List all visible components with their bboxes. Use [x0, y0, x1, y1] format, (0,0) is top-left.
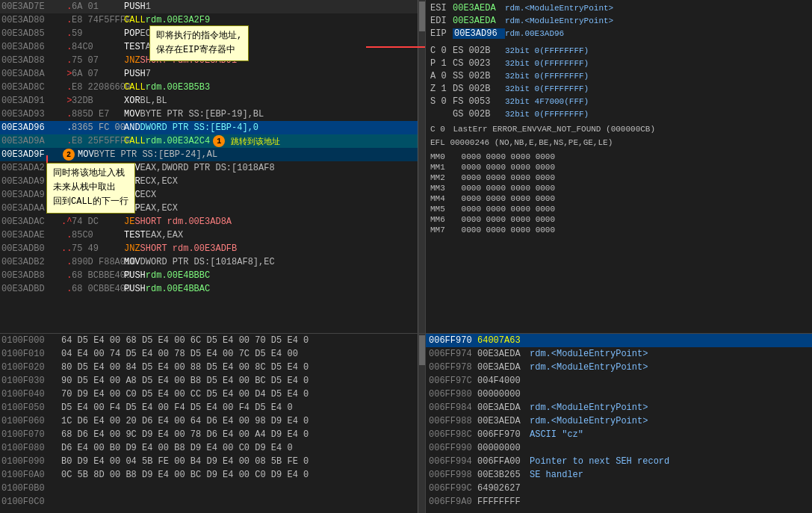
table-row[interactable]: 00E3AD9A . E8 25F5FFFF CALL rdm.00E3A2C4…: [0, 134, 418, 148]
disasm-bytes: 84C0: [72, 42, 124, 52]
mm-row: MM2 0000 0000 0000 0000: [429, 172, 809, 183]
disasm-addr: 00E3AD8C: [1, 82, 61, 93]
table-row[interactable]: 00E3ADBD . 68 0CBBE400 PUSH rdm.00E4BBAC: [0, 282, 418, 296]
reg-value: CS 0023: [453, 58, 505, 69]
disasm-mnemonic: CALL: [124, 15, 146, 25]
scrollbar-thumb[interactable]: [419, 1, 425, 31]
disasm-operand: rdm.00E3B5B3: [146, 82, 210, 93]
table-row[interactable]: 00E3ADB2 . 890D F88A010 MOV DWORD PTR DS…: [0, 255, 418, 269]
memory-scrollbar[interactable]: [418, 334, 425, 513]
disasm-scrollbar[interactable]: [418, 0, 425, 333]
mem-addr: 0100F040: [1, 389, 61, 399]
reg-row: ESI 00E3AEDA rdm.<ModuleEntryPoint>: [429, 1, 809, 14]
stack-comment: Pointer to next SEH record: [530, 456, 809, 467]
disasm-addr: 00E3ADB2: [1, 257, 61, 267]
mem-addr: 0100F020: [1, 362, 61, 373]
reg-name: EIP: [430, 28, 453, 39]
mem-row: 0100F080 D6 E4 00 B0 D9 E4 00 B8 D9 E4 0…: [0, 441, 418, 455]
arrow-indicator: >: [61, 69, 72, 79]
eip-arrow-line: [366, 46, 426, 48]
stack-value: 006FFA00: [477, 456, 530, 467]
table-row[interactable]: 00E3ADAC .^ 74 DC JE SHORT rdm.00E3AD8A: [0, 215, 418, 228]
stack-value: 00000000: [477, 443, 530, 453]
mm-name: MM4: [430, 194, 456, 203]
stack-addr: 006FF970: [429, 335, 477, 346]
mem-row: 0100F090 B0 D9 E4 00 04 5B FE 00 B4 D9 E…: [0, 455, 418, 468]
main-container: 00E3AD7E . 6A 01 PUSH 1 00E3AD80 . E8 74…: [0, 0, 812, 513]
disasm-addr: 00E3AD91: [1, 96, 61, 106]
stack-comment: SE handler: [530, 470, 809, 480]
disasm-bytes: E8 74F5FFFF: [72, 15, 124, 25]
table-row[interactable]: 00E3AD96 . 8365 FC 00 AND DWORD PTR SS:[…: [0, 121, 418, 134]
scrollbar-thumb[interactable]: [419, 335, 425, 365]
table-row[interactable]: 00E3ADB8 . 68 BCBBE400 PUSH rdm.00E4BBBC: [0, 269, 418, 282]
mm-row: MM3 0000 0000 0000 0000: [429, 183, 809, 193]
reg-name: S 0: [430, 96, 453, 107]
reg-value: SS 002B: [453, 71, 505, 81]
reg-comment: 32bit 0(FFFFFFFF): [505, 59, 589, 68]
stack-value: 00E3AEDA: [477, 416, 530, 426]
stack-row: 006FF99C 64902627: [426, 482, 812, 495]
mem-row: 0100F0B0: [0, 482, 418, 495]
mm-row: MM0 0000 0000 0000 0000: [429, 152, 809, 162]
eip-value: 00E3AD96: [453, 28, 505, 39]
mem-bytes: 64 D5 E4 00 68 D5 E4 00 6C D5 E4 00 70 D…: [61, 335, 416, 346]
mem-addr: 0100F050: [1, 402, 61, 413]
reg-value: FS 0053: [453, 96, 505, 107]
mem-row: 0100F0A0 0C 5B 8D 00 B8 D9 E4 00 BC D9 E…: [0, 468, 418, 482]
disasm-operand: ECX,ECX: [140, 176, 178, 187]
disasm-bytes: 85C0: [72, 230, 124, 240]
mm-row: MM4 0000 0000 0000 0000: [429, 193, 809, 204]
arrow-indicator: .: [61, 122, 72, 133]
mem-row: 0100F050 D5 E4 00 F4 D5 E4 00 F4 D5 E4 0…: [0, 401, 418, 414]
table-row[interactable]: 00E3ADB0 .. 75 49 JNZ SHORT rdm.00E3ADFB: [0, 242, 418, 255]
reg-row: GS 002B 32bit 0(FFFFFFFF): [429, 108, 809, 120]
reg-row: Z 1 DS 002B 32bit 0(FFFFFFFF): [429, 82, 809, 95]
stack-addr: 006FF984: [429, 402, 477, 413]
mem-addr: 0100F090: [1, 456, 61, 467]
disasm-operand: BL,BL: [140, 96, 167, 106]
jump-label: 跳转到该地址: [231, 136, 280, 147]
stack-addr: 006FF980: [429, 389, 477, 399]
table-row[interactable]: 00E3AD9F 2 MOV BYTE PTR SS:[EBP-24],AL: [0, 148, 418, 161]
table-row[interactable]: 00E3ADAE . 85C0 TEST EAX,EAX: [0, 228, 418, 242]
stack-value: 00E3B265: [477, 470, 530, 480]
stack-row: 006FF97C 004F4000: [426, 374, 812, 388]
stack-row: 006FF974 00E3AEDA rdm.<ModuleEntryPoint>: [426, 347, 812, 361]
eip-row: EIP 00E3AD96 rdm.00E3AD96: [429, 27, 809, 40]
table-row[interactable]: 00E3AD8C . E8 22086600 CALL rdm.00E3B5B3: [0, 81, 418, 94]
memory-rows: 0100F000 64 D5 E4 00 68 D5 E4 00 6C D5 E…: [0, 334, 418, 513]
mem-addr: 0100F0A0: [1, 470, 61, 480]
stack-addr: 006FF974: [429, 349, 477, 359]
mm-name: MM5: [430, 205, 456, 214]
badge-1: 1: [213, 135, 225, 147]
table-row[interactable]: 00E3AD7E . 6A 01 PUSH 1: [0, 0, 418, 13]
table-row[interactable]: 00E3AD93 . 885D E7 MOV BYTE PTR SS:[EBP-…: [0, 108, 418, 121]
disasm-addr: 00E3AD80: [1, 15, 61, 25]
mem-addr: 0100F060: [1, 416, 61, 426]
reg-name: P 1: [430, 58, 453, 69]
disasm-bytes: 32DB: [72, 96, 124, 106]
mem-bytes: 70 D9 E4 00 C0 D5 E4 00 CC D5 E4 00 D4 D…: [61, 389, 416, 399]
reg-value: ES 002B: [453, 46, 505, 56]
table-row[interactable]: 00E3AD91 > 32DB XOR BL,BL: [0, 94, 418, 108]
mm-row: MM6 0000 0000 0000 0000: [429, 214, 809, 225]
tooltip-call: 同时将该地址入栈未来从栈中取出回到CALL的下一行: [46, 163, 135, 214]
disasm-addr: 00E3AD85: [1, 28, 61, 39]
mem-row: 0100F0C0: [0, 495, 418, 509]
arrow-indicator: .: [61, 284, 72, 294]
memory-panel: 0100F000 64 D5 E4 00 68 D5 E4 00 6C D5 E…: [0, 334, 426, 513]
mem-addr: 0100F010: [1, 349, 61, 359]
stack-addr: 006FF998: [429, 470, 477, 480]
disasm-addr: 00E3AD9A: [1, 136, 61, 146]
reg-row: A 0 SS 002B 32bit 0(FFFFFFFF): [429, 69, 809, 82]
reg-value: 00E3AEDA: [453, 16, 505, 26]
reg-comment: rdm.00E3AD96: [505, 29, 564, 38]
disasm-bytes: E8 25F5FFFF: [72, 136, 124, 146]
disasm-bytes: 74 DC: [72, 217, 124, 227]
mm-value: 0000 0000 0000 0000: [462, 152, 555, 161]
disasm-mnemonic: MOV: [124, 257, 140, 267]
disasm-bytes: 59: [72, 28, 124, 39]
table-row[interactable]: 00E3AD8A > 6A 07 PUSH 7: [0, 67, 418, 81]
stack-row: 006FF9A0 FFFFFFFF: [426, 495, 812, 509]
